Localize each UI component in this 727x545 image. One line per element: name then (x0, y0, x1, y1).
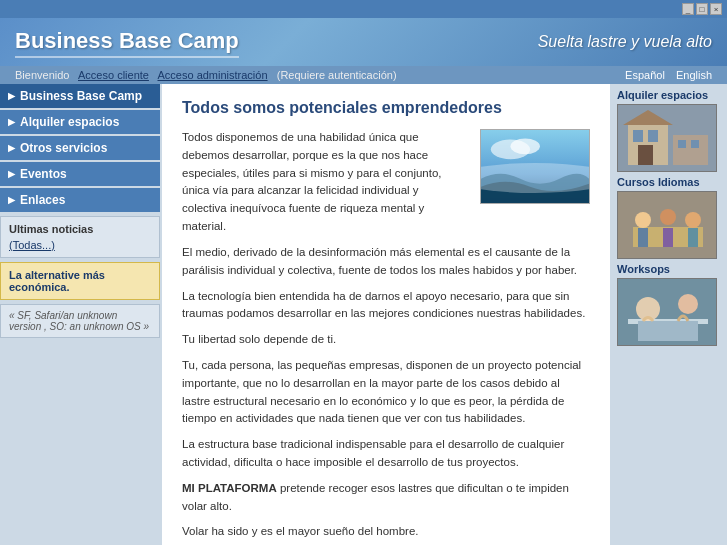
site-title: Business Base Camp (15, 28, 239, 58)
content-p6: La estructura base tradicional indispens… (182, 436, 590, 472)
alquiler-image[interactable] (617, 104, 717, 172)
language-links: Español English (617, 69, 712, 81)
sidebar-item-alquiler[interactable]: ▶ Alquiler espacios (0, 110, 160, 134)
sidebar-item-label: Business Base Camp (20, 89, 142, 103)
workshops-image[interactable] (617, 278, 717, 346)
maximize-button[interactable]: □ (696, 3, 708, 15)
workshops-svg (618, 279, 717, 346)
right-section-cursos: Cursos Idiomas (617, 176, 722, 259)
triangle-icon: ▶ (8, 91, 15, 101)
content-p3: La tecnología bien entendida ha de darno… (182, 288, 590, 324)
svg-point-23 (678, 294, 698, 314)
sidebar-item-label: Alquiler espacios (20, 115, 119, 129)
right-label-workshops: Worksops (617, 263, 722, 275)
triangle-icon: ▶ (8, 117, 15, 127)
alquiler-svg (618, 105, 717, 172)
svg-point-16 (685, 212, 701, 228)
header: Business Base Camp Suelta lastre y vuela… (0, 18, 727, 66)
content-heading: Todos somos potenciales emprendedores (182, 99, 590, 117)
svg-rect-9 (673, 135, 708, 165)
svg-rect-24 (638, 321, 698, 341)
svg-rect-12 (618, 192, 717, 259)
right-sidebar: Alquiler espacios Cursos Idiom (612, 84, 727, 545)
triangle-icon: ▶ (8, 169, 15, 179)
promo-box: La alternative más económica. (0, 262, 160, 300)
sidebar-item-eventos[interactable]: ▶ Eventos (0, 162, 160, 186)
acceso-cliente-link[interactable]: Acceso cliente (78, 69, 149, 81)
cursos-svg (618, 192, 717, 259)
sidebar-item-label: Otros servicios (20, 141, 107, 155)
wave-svg (481, 129, 589, 204)
news-section: Ultimas noticias (Todas...) (0, 216, 160, 258)
svg-rect-7 (638, 145, 653, 165)
sidebar-item-enlaces[interactable]: ▶ Enlaces (0, 188, 160, 212)
content-p7: MI PLATAFORMA pretende recoger esos last… (182, 480, 590, 516)
minimize-button[interactable]: _ (682, 3, 694, 15)
nav-bar: Bienvenido Acceso cliente Acceso adminis… (0, 66, 727, 84)
svg-rect-6 (648, 130, 658, 142)
requires-auth-text: (Requiere autenticación) (277, 69, 397, 81)
close-button[interactable]: × (710, 3, 722, 15)
content-p8: Volar ha sido y es el mayor sueño del ho… (182, 523, 590, 541)
svg-rect-18 (663, 228, 673, 247)
svg-point-15 (660, 209, 676, 225)
svg-point-2 (510, 139, 539, 155)
triangle-icon: ▶ (8, 195, 15, 205)
main-content: Todos somos potenciales emprendedores (162, 84, 610, 545)
triangle-icon: ▶ (8, 143, 15, 153)
content-p2: El medio, derivado de la desinformación … (182, 244, 590, 280)
right-label-cursos: Cursos Idiomas (617, 176, 722, 188)
svg-rect-5 (633, 130, 643, 142)
content-p4: Tu libertad solo depende de ti. (182, 331, 590, 349)
acceso-admin-link[interactable]: Acceso administración (158, 69, 268, 81)
cursos-image[interactable] (617, 191, 717, 259)
sidebar-item-label: Eventos (20, 167, 67, 181)
lang-en-link[interactable]: English (676, 69, 712, 81)
window-chrome: _ □ × (0, 0, 727, 18)
sidebar-item-label: Enlaces (20, 193, 65, 207)
right-section-alquiler: Alquiler espacios (617, 89, 722, 172)
main-layout: ▶ Business Base Camp ▶ Alquiler espacios… (0, 84, 727, 545)
content-p5: Tu, cada persona, las pequeñas empresas,… (182, 357, 590, 428)
right-label-alquiler: Alquiler espacios (617, 89, 722, 101)
left-sidebar: ▶ Business Base Camp ▶ Alquiler espacios… (0, 84, 160, 545)
lang-es-link[interactable]: Español (625, 69, 665, 81)
nav-left: Bienvenido Acceso cliente Acceso adminis… (15, 69, 397, 81)
sidebar-item-otros[interactable]: ▶ Otros servicios (0, 136, 160, 160)
right-section-workshops: Worksops (617, 263, 722, 346)
promo-text: La alternative más económica. (9, 269, 105, 293)
news-all-link[interactable]: (Todas...) (9, 239, 151, 251)
header-slogan: Suelta lastre y vuela alto (538, 33, 712, 51)
sidebar-item-bbc[interactable]: ▶ Business Base Camp (0, 84, 160, 108)
visitor-info: « SF, Safari/an unknown version , SO: an… (0, 304, 160, 338)
bienvenido-text: Bienvenido (15, 69, 69, 81)
svg-point-14 (635, 212, 651, 228)
content-image (480, 129, 590, 204)
svg-rect-17 (638, 228, 648, 247)
svg-rect-19 (688, 228, 698, 247)
svg-rect-10 (678, 140, 686, 148)
news-section-title: Ultimas noticias (9, 223, 151, 235)
svg-rect-11 (691, 140, 699, 148)
